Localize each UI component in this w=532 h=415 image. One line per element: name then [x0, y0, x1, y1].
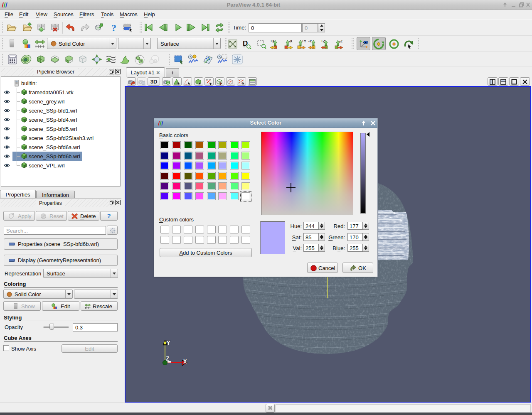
- svg-text:-Y: -Y: [308, 39, 312, 43]
- svg-text:Z: Z: [166, 356, 169, 362]
- svg-text:Y: Y: [167, 340, 170, 346]
- svg-text:-Z: -Z: [339, 39, 342, 43]
- svg-text:X: X: [183, 359, 187, 365]
- svg-text:+Y: +Y: [302, 39, 306, 43]
- svg-text:-X: -X: [289, 39, 293, 43]
- svg-text:?: ?: [111, 22, 116, 33]
